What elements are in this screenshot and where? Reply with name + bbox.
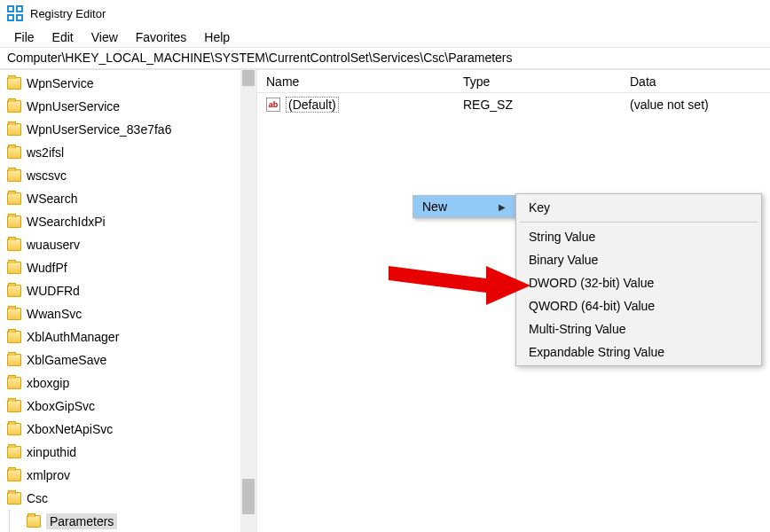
- tree-item[interactable]: WSearchIdxPi: [0, 210, 256, 233]
- context-submenu-item[interactable]: QWORD (64-bit) Value: [516, 294, 761, 317]
- menu-edit[interactable]: Edit: [43, 28, 82, 46]
- folder-icon: [7, 400, 21, 412]
- tree-item-label: xinputhid: [27, 445, 76, 459]
- value-type: REG_SZ: [454, 98, 621, 112]
- context-submenu-item[interactable]: Binary Value: [516, 248, 761, 271]
- tree-item[interactable]: XblAuthManager: [0, 325, 256, 348]
- tree-item-label: WudfPf: [27, 261, 67, 275]
- col-header-data[interactable]: Data: [621, 74, 770, 89]
- tree-item[interactable]: xinputhid: [0, 441, 256, 464]
- folder-icon: [27, 515, 41, 528]
- context-menu-new[interactable]: New ▶: [413, 196, 515, 217]
- tree-item[interactable]: WpnUserService_83e7fa6: [0, 118, 256, 141]
- svg-rect-7: [18, 16, 21, 20]
- tree-item[interactable]: WpnService: [0, 72, 256, 95]
- value-data: (value not set): [621, 98, 770, 112]
- tree-item[interactable]: XblGameSave: [0, 348, 256, 372]
- folder-icon: [7, 423, 21, 435]
- chevron-right-icon: ▶: [499, 202, 506, 212]
- address-bar[interactable]: Computer\HKEY_LOCAL_MACHINE\SYSTEM\Curre…: [0, 48, 770, 69]
- tree-item[interactable]: wuauserv: [0, 233, 256, 256]
- menu-help[interactable]: Help: [195, 28, 239, 46]
- menu-favorites[interactable]: Favorites: [127, 28, 196, 46]
- list-header: Name Type Data: [257, 70, 770, 93]
- svg-rect-6: [9, 16, 12, 20]
- tree-item[interactable]: WudfPf: [0, 256, 256, 279]
- context-submenu-item[interactable]: Key: [516, 196, 761, 219]
- tree-item[interactable]: xmlprov: [0, 464, 256, 487]
- folder-icon: [7, 77, 21, 90]
- folder-icon: [7, 377, 21, 389]
- folder-icon: [7, 169, 21, 182]
- tree-item[interactable]: WpnUserService: [0, 95, 256, 118]
- menu-file[interactable]: File: [5, 28, 43, 46]
- tree-item-label: WpnUserService_83e7fa6: [27, 122, 171, 137]
- tree-item-label: XboxGipSvc: [27, 399, 95, 413]
- folder-icon: [7, 354, 21, 366]
- tree-item-label: wuauserv: [27, 238, 80, 252]
- tree-item-label: WpnUserService: [27, 99, 120, 113]
- folder-icon: [7, 262, 21, 274]
- tree-scrollbar[interactable]: [240, 70, 256, 532]
- tree[interactable]: WpnServiceWpnUserServiceWpnUserService_8…: [0, 70, 256, 532]
- folder-icon: [7, 146, 21, 159]
- folder-icon: [7, 123, 21, 136]
- menubar: File Edit View Favorites Help: [0, 27, 770, 48]
- tree-item[interactable]: Csc: [0, 487, 256, 510]
- col-header-type[interactable]: Type: [454, 74, 621, 89]
- tree-item-label: WUDFRd: [27, 284, 80, 298]
- scroll-up-arrow[interactable]: [242, 70, 255, 86]
- address-path: Computer\HKEY_LOCAL_MACHINE\SYSTEM\Curre…: [7, 51, 513, 65]
- context-submenu-item[interactable]: String Value: [516, 225, 761, 248]
- tree-item-label: WpnService: [27, 76, 93, 90]
- value-name: (Default): [286, 97, 339, 113]
- tree-item[interactable]: WUDFRd: [0, 279, 256, 302]
- folder-icon: [7, 285, 21, 297]
- app-title: Registry Editor: [30, 7, 106, 20]
- tree-item[interactable]: Parameters: [0, 510, 256, 532]
- titlebar: Registry Editor: [0, 0, 770, 27]
- context-menu: New ▶: [412, 195, 515, 218]
- tree-item[interactable]: WSearch: [0, 187, 256, 210]
- tree-item[interactable]: wscsvc: [0, 164, 256, 187]
- scroll-thumb[interactable]: [242, 479, 255, 514]
- list-row[interactable]: ab (Default) REG_SZ (value not set): [257, 93, 770, 116]
- context-submenu-item[interactable]: Multi-String Value: [516, 317, 761, 340]
- tree-item-label: XboxNetApiSvc: [27, 422, 113, 436]
- tree-item[interactable]: XboxGipSvc: [0, 395, 256, 418]
- tree-item[interactable]: xboxgip: [0, 372, 256, 395]
- app-icon: [7, 5, 23, 21]
- folder-icon: [7, 308, 21, 320]
- col-header-name[interactable]: Name: [257, 74, 454, 89]
- context-submenu: KeyString ValueBinary ValueDWORD (32-bit…: [515, 193, 762, 366]
- tree-item-label: Parameters: [46, 513, 117, 529]
- folder-icon: [7, 215, 21, 228]
- svg-rect-5: [18, 7, 21, 11]
- folder-icon: [7, 239, 21, 251]
- tree-item[interactable]: WwanSvc: [0, 302, 256, 325]
- tree-item[interactable]: ws2ifsl: [0, 141, 256, 164]
- tree-panel: WpnServiceWpnUserServiceWpnUserService_8…: [0, 70, 257, 532]
- svg-rect-4: [9, 7, 12, 11]
- tree-item-label: ws2ifsl: [27, 145, 64, 160]
- tree-item[interactable]: XboxNetApiSvc: [0, 418, 256, 441]
- folder-icon: [7, 469, 21, 481]
- tree-item-label: XblGameSave: [27, 353, 106, 367]
- tree-item-label: WSearch: [27, 192, 78, 206]
- folder-icon: [7, 192, 21, 205]
- folder-icon: [7, 446, 21, 458]
- menu-separator: [520, 222, 758, 223]
- string-value-icon: ab: [266, 98, 280, 112]
- folder-icon: [7, 492, 21, 505]
- context-submenu-item[interactable]: DWORD (32-bit) Value: [516, 271, 761, 294]
- tree-item-label: xmlprov: [27, 468, 70, 482]
- context-submenu-item[interactable]: Expandable String Value: [516, 340, 761, 364]
- folder-icon: [7, 100, 21, 113]
- menu-view[interactable]: View: [82, 28, 127, 46]
- tree-item-label: Csc: [27, 491, 48, 505]
- tree-item-label: xboxgip: [27, 376, 69, 390]
- tree-item-label: WwanSvc: [27, 307, 82, 321]
- context-menu-new-label: New: [422, 200, 447, 214]
- tree-item-label: XblAuthManager: [27, 330, 119, 344]
- tree-item-label: WSearchIdxPi: [27, 215, 106, 229]
